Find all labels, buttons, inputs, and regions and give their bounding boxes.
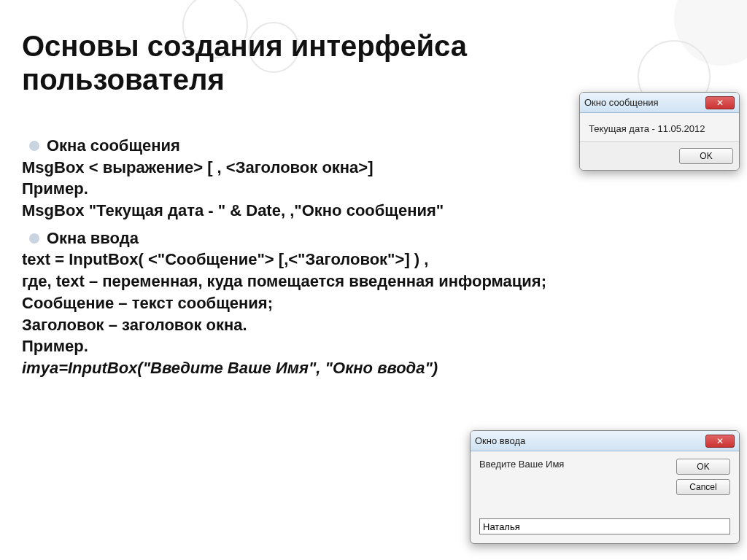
- bullet-inputbox-label: Окна ввода: [47, 228, 139, 249]
- inputbox-row: Введите Ваше Имя OK Cancel: [471, 451, 739, 498]
- msgbox-title: Окно сообщения: [584, 97, 705, 108]
- close-icon: ✕: [716, 98, 724, 107]
- inputbox-title: Окно ввода: [475, 435, 705, 446]
- inputbox-dialog: Окно ввода ✕ Введите Ваше Имя OK Cancel: [470, 430, 740, 544]
- close-button[interactable]: ✕: [705, 96, 735, 109]
- close-button[interactable]: ✕: [705, 435, 735, 448]
- inputbox-field-wrap: [471, 498, 739, 543]
- msgbox-body: Текущая дата - 11.05.2012: [580, 113, 739, 141]
- page-title: Основы создания интерфейса пользователя: [22, 29, 591, 96]
- ok-button[interactable]: OK: [676, 459, 730, 475]
- text-line: Пример.: [22, 335, 732, 357]
- bullet-msgbox-label: Окна сообщения: [47, 135, 180, 157]
- text-line: Заголовок – заголовок окна.: [22, 314, 732, 336]
- inputbox-titlebar: Окно ввода ✕: [471, 431, 739, 451]
- cancel-button[interactable]: Cancel: [676, 479, 730, 495]
- msgbox-footer: OK: [580, 141, 739, 170]
- inputbox-prompt: Введите Ваше Имя: [479, 459, 669, 470]
- text-line: MsgBox "Текущая дата - " & Date, ,"Окно …: [22, 200, 732, 222]
- text-line: Сообщение – текст сообщения;: [22, 292, 732, 314]
- inputbox-input[interactable]: [479, 518, 730, 534]
- ok-button[interactable]: OK: [679, 148, 733, 164]
- msgbox-titlebar: Окно сообщения ✕: [580, 93, 739, 113]
- bullet-inputbox: Окна ввода: [29, 228, 732, 249]
- inputbox-button-column: OK Cancel: [676, 459, 730, 495]
- text-line: imya=InputBox("Введите Ваше Имя", "Окно …: [22, 357, 732, 379]
- msgbox-dialog: Окно сообщения ✕ Текущая дата - 11.05.20…: [579, 92, 740, 171]
- bullet-icon: [29, 233, 39, 244]
- text-line: text = InputBox( <"Сообщение"> [,<"Загол…: [22, 249, 732, 271]
- bullet-icon: [29, 141, 39, 151]
- text-line: где, text – переменная, куда помещается …: [22, 271, 732, 292]
- text-line: Пример.: [22, 178, 732, 200]
- content-block: Окна сообщения MsgBox < выражение> [ , <…: [22, 135, 732, 379]
- close-icon: ✕: [716, 437, 724, 446]
